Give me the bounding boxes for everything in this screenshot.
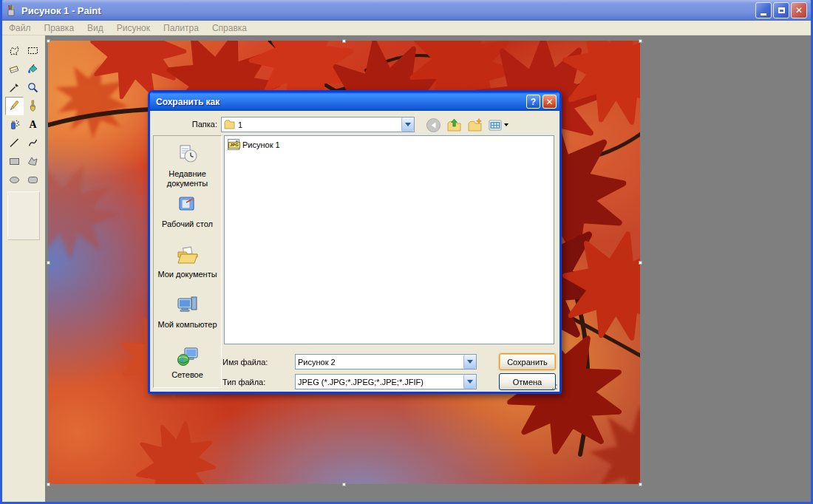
maximize-icon xyxy=(778,7,785,13)
tool-magnifier[interactable] xyxy=(24,78,42,97)
folder-dropdown-button[interactable] xyxy=(401,118,414,132)
file-list[interactable]: JPG Рисунок 1 xyxy=(224,135,554,344)
tool-free-form-select[interactable] xyxy=(5,41,24,60)
menu-item-image[interactable]: Рисунок xyxy=(110,21,157,35)
save-as-dialog: Сохранить как ? ✕ Папка: 1 xyxy=(148,90,562,394)
place-recent-documents[interactable]: Недавние документы xyxy=(154,143,221,194)
maximize-button[interactable] xyxy=(773,2,789,18)
tool-pencil[interactable] xyxy=(5,97,24,115)
tool-eraser[interactable] xyxy=(5,60,24,78)
create-new-folder-button[interactable] xyxy=(466,117,483,133)
canvas-resize-handle-middle-left[interactable] xyxy=(47,261,50,265)
filename-value: Рисунок 2 xyxy=(298,358,336,367)
folder-label: Папка: xyxy=(186,120,217,129)
pencil-icon xyxy=(8,100,21,112)
menu-item-palette[interactable]: Палитра xyxy=(157,21,205,35)
place-label: Недавние документы xyxy=(154,169,221,188)
tool-select[interactable] xyxy=(24,41,42,60)
tool-ellipse[interactable] xyxy=(5,171,24,189)
minimize-button[interactable] xyxy=(755,2,772,18)
tool-rounded-rectangle[interactable] xyxy=(24,171,42,189)
place-label: Мои документы xyxy=(157,270,217,279)
canvas-resize-handle-top-middle[interactable] xyxy=(342,39,346,43)
folder-value: 1 xyxy=(238,120,242,129)
canvas-resize-handle-bottom-middle[interactable] xyxy=(342,483,346,486)
my-documents-icon xyxy=(176,244,200,268)
filetype-combobox[interactable]: JPEG (*.JPG;*.JPEG;*.JPE;*.JFIF) xyxy=(295,374,477,389)
network-icon xyxy=(176,344,200,368)
places-bar: Недавние документы Рабочий стол Мои доку… xyxy=(153,135,222,388)
desktop-icon xyxy=(176,194,200,217)
filetype-label: Тип файла: xyxy=(222,378,265,386)
my-computer-icon xyxy=(176,294,200,318)
filename-dropdown-button[interactable] xyxy=(463,355,476,369)
menu-item-file[interactable]: Файл xyxy=(2,21,38,35)
folder-combobox[interactable]: 1 xyxy=(221,117,415,132)
place-my-documents[interactable]: Мои документы xyxy=(154,244,221,294)
menu-item-edit[interactable]: Правка xyxy=(38,21,81,35)
ellipse-icon xyxy=(8,174,21,186)
rounded-rectangle-icon xyxy=(27,174,39,186)
cancel-button[interactable]: Отмена xyxy=(499,373,556,390)
tool-text[interactable]: А xyxy=(24,115,42,134)
tool-line[interactable] xyxy=(5,134,24,152)
tool-rectangle[interactable] xyxy=(5,152,24,171)
canvas-resize-handle-bottom-left[interactable] xyxy=(47,483,50,486)
tool-airbrush[interactable] xyxy=(5,115,24,134)
canvas-resize-handle-top-right[interactable] xyxy=(639,39,642,43)
place-label: Рабочий стол xyxy=(162,219,213,229)
menu-bar: Файл Правка Вид Рисунок Палитра Справка xyxy=(2,21,811,35)
up-one-level-button[interactable] xyxy=(446,117,462,133)
back-button[interactable] xyxy=(425,117,441,133)
jpg-file-icon: JPG xyxy=(228,139,239,150)
view-menu-button[interactable] xyxy=(487,117,509,133)
place-my-computer[interactable]: Мой компьютер xyxy=(154,294,221,344)
filetype-dropdown-button[interactable] xyxy=(463,375,476,389)
chevron-down-icon xyxy=(467,380,473,384)
tool-fill[interactable] xyxy=(24,60,42,78)
canvas-resize-handle-middle-right[interactable] xyxy=(639,261,642,265)
dialog-help-button[interactable]: ? xyxy=(526,95,540,109)
dialog-toolbar xyxy=(425,117,509,133)
dialog-close-button[interactable]: ✕ xyxy=(542,95,557,109)
close-icon: ✕ xyxy=(795,5,803,16)
save-button[interactable]: Сохранить xyxy=(499,353,556,370)
filename-combobox[interactable]: Рисунок 2 xyxy=(295,354,477,370)
tool-pick-color[interactable] xyxy=(5,78,24,97)
place-label: Мой компьютер xyxy=(157,320,217,330)
magnifier-icon xyxy=(27,81,39,94)
new-folder-icon xyxy=(467,118,483,133)
place-network[interactable]: Сетевое xyxy=(154,344,221,388)
place-label: Сетевое xyxy=(171,370,203,380)
recent-documents-icon xyxy=(176,143,200,167)
menu-item-help[interactable]: Справка xyxy=(205,21,254,35)
menu-item-view[interactable]: Вид xyxy=(81,21,110,35)
tool-polygon[interactable] xyxy=(24,152,42,171)
back-icon xyxy=(426,118,441,133)
brush-icon xyxy=(27,100,39,112)
curve-icon xyxy=(27,137,39,149)
tool-curve[interactable] xyxy=(24,134,42,152)
chevron-down-icon xyxy=(504,123,508,126)
chevron-down-icon xyxy=(405,123,411,126)
folder-icon xyxy=(224,120,235,129)
filetype-value: JPEG (*.JPG;*.JPEG;*.JPE;*.JFIF) xyxy=(298,378,423,386)
tool-brush[interactable] xyxy=(24,97,42,115)
polygon-icon xyxy=(27,155,39,168)
canvas-resize-handle-bottom-right[interactable] xyxy=(639,483,642,486)
dialog-resize-grip[interactable] xyxy=(549,381,559,391)
close-button[interactable]: ✕ xyxy=(791,2,807,18)
paint-app-icon xyxy=(4,4,18,17)
file-item[interactable]: JPG Рисунок 1 xyxy=(228,139,551,150)
toolbox: А xyxy=(2,35,45,502)
canvas-resize-handle-top-left[interactable] xyxy=(47,39,50,43)
view-menu-icon xyxy=(489,118,503,132)
window-title: Рисунок 1 - Paint xyxy=(21,5,755,16)
text-tool-icon: А xyxy=(29,119,36,131)
eyedropper-icon xyxy=(8,81,21,94)
filename-label: Имя файла: xyxy=(222,358,268,367)
paint-window: Рисунок 1 - Paint ✕ Файл Правка Вид Рису… xyxy=(0,0,813,504)
up-folder-icon xyxy=(446,118,462,133)
place-desktop[interactable]: Рабочий стол xyxy=(154,194,221,244)
airbrush-icon xyxy=(8,118,21,131)
